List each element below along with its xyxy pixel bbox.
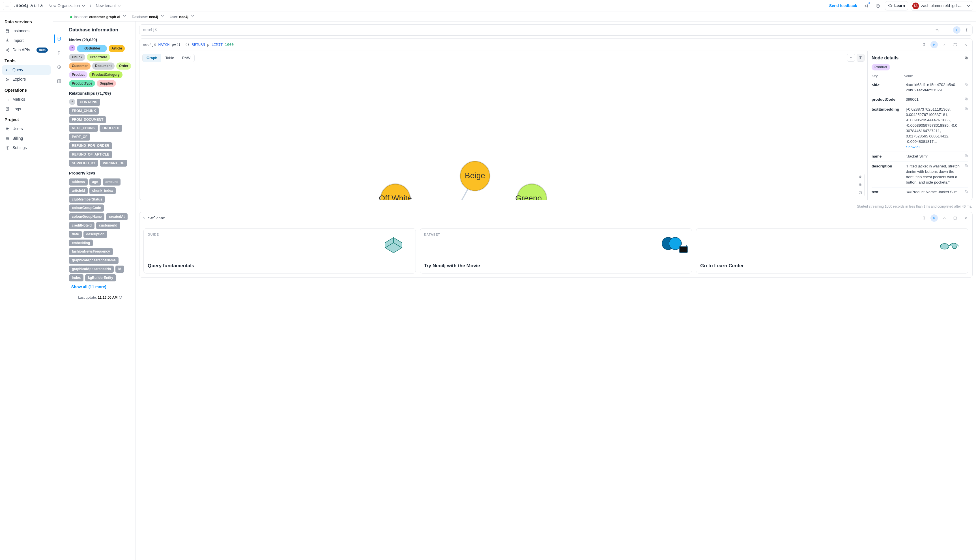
node-label-chip[interactable]: Article	[108, 45, 125, 52]
welcome-tile[interactable]: Go to Learn Center	[696, 228, 968, 273]
query-editor[interactable]: neo4j$	[139, 24, 973, 36]
save-query-button[interactable]	[920, 214, 928, 222]
relationship-chip[interactable]: FROM_CHUNK	[69, 107, 99, 115]
graph-pane[interactable]: Graph Table RAW	[140, 51, 868, 200]
sidebar-item-billing[interactable]: Billing	[2, 134, 51, 143]
learn-button[interactable]: Learn	[885, 1, 908, 11]
announcements-button[interactable]	[862, 2, 871, 10]
instance-select[interactable]: Instance: customer-graph-ai	[70, 13, 127, 20]
copy-icon[interactable]	[964, 190, 968, 195]
property-chip[interactable]: colourGroupName	[69, 213, 104, 220]
sidebar-item-explore[interactable]: Explore	[2, 75, 51, 84]
fullscreen-button[interactable]	[951, 40, 959, 49]
relationship-chip[interactable]: CONTAINS	[77, 99, 100, 106]
property-chip[interactable]: id	[115, 265, 124, 273]
collapse-button[interactable]	[940, 214, 949, 222]
property-chip[interactable]: colourGroupCode	[69, 205, 104, 212]
fullscreen-button[interactable]	[951, 214, 959, 222]
copy-icon[interactable]	[964, 82, 968, 88]
rail-saved[interactable]	[55, 48, 63, 57]
copy-icon[interactable]	[964, 56, 968, 60]
more-button[interactable]	[943, 26, 951, 34]
property-chip[interactable]: creditNoteId	[69, 222, 95, 229]
graph-node[interactable]: Off White	[379, 184, 412, 200]
node-label-chip[interactable]: Order	[116, 63, 131, 70]
copy-icon[interactable]	[964, 97, 968, 103]
sidebar-item-dataapis[interactable]: Data APIs Beta	[2, 45, 51, 55]
zoom-out-button[interactable]	[856, 181, 864, 189]
welcome-tile[interactable]: DATASETTry Neo4j with the Movie	[420, 228, 692, 273]
relationship-chip[interactable]: REFUND_OF_ARTICLE	[69, 151, 112, 158]
property-chip[interactable]: clubMemberStatus	[69, 196, 105, 203]
tenant-select[interactable]: New tenant	[94, 2, 123, 10]
node-label-chip[interactable]: Document	[92, 63, 115, 70]
close-button[interactable]	[961, 214, 970, 222]
rail-history[interactable]	[55, 63, 63, 71]
property-chip[interactable]: date	[69, 231, 82, 238]
property-chip[interactable]: chunk_index	[89, 187, 116, 194]
rerun-button[interactable]	[931, 41, 938, 48]
property-chip[interactable]: createdAt	[106, 213, 127, 220]
rail-guides[interactable]	[55, 77, 63, 85]
sidebar-item-metrics[interactable]: Metrics	[2, 95, 51, 104]
node-label-chip[interactable]: *	[69, 45, 75, 51]
property-chip[interactable]: graphicalAppearanceName	[69, 257, 118, 264]
sidebar-item-users[interactable]: Users	[2, 124, 51, 134]
user-menu[interactable]: ZA zach.blumenfeld+gds@...	[911, 1, 973, 11]
property-chip[interactable]: kgBuilderEntity	[85, 274, 116, 282]
relationship-chip[interactable]: FROM_DOCUMENT	[69, 116, 106, 123]
close-button[interactable]	[961, 40, 970, 49]
relationship-chip[interactable]: ORDERED	[100, 125, 122, 132]
node-label-chip[interactable]: Customer	[69, 63, 90, 70]
user-select[interactable]: User: neo4j	[170, 13, 195, 20]
property-chip[interactable]: fashionNewsFrequency	[69, 248, 113, 255]
collapse-button[interactable]	[940, 40, 949, 49]
property-chip[interactable]: graphicalAppearanceNo	[69, 265, 114, 273]
sidebar-item-logs[interactable]: Logs	[2, 104, 51, 114]
copy-icon[interactable]	[964, 154, 968, 160]
org-select[interactable]: New Organization	[47, 2, 87, 10]
rerun-button[interactable]	[931, 214, 938, 222]
relationship-chip[interactable]: *	[69, 99, 75, 105]
show-all-link[interactable]: Show all	[906, 145, 963, 150]
ai-assist-button[interactable]	[933, 26, 941, 34]
relationship-chip[interactable]: SUPPLIED_BY	[69, 160, 98, 167]
tab-table[interactable]: Table	[161, 54, 178, 62]
menu-toggle[interactable]	[3, 2, 11, 10]
fit-button[interactable]	[856, 189, 864, 197]
node-label-chip[interactable]: Supplier	[97, 80, 116, 87]
show-all-props[interactable]: Show all (11 more)	[71, 284, 106, 290]
run-button[interactable]	[953, 26, 961, 34]
database-select[interactable]: Database: neo4j	[132, 13, 165, 20]
property-chip[interactable]: embedding	[69, 240, 93, 247]
graph-node[interactable]: Beige	[460, 161, 490, 191]
sidebar-item-instances[interactable]: Instances	[2, 26, 51, 36]
refresh-icon[interactable]	[118, 295, 122, 299]
property-chip[interactable]: index	[69, 274, 83, 282]
relationship-chip[interactable]: VARIANT_OF	[100, 160, 127, 167]
relationship-chip[interactable]: REFUND_FOR_ORDER	[69, 142, 112, 149]
tab-graph[interactable]: Graph	[143, 54, 161, 62]
node-label-chip[interactable]: __KGBuilder__	[77, 45, 107, 52]
property-chip[interactable]: age	[89, 178, 101, 185]
property-chip[interactable]: amount	[103, 178, 120, 185]
layout-button[interactable]	[857, 54, 864, 62]
save-query-button[interactable]	[920, 40, 928, 49]
rail-dbinfo[interactable]	[54, 35, 63, 43]
relationship-chip[interactable]: NEXT_CHUNK	[69, 125, 98, 132]
property-chip[interactable]: address	[69, 178, 88, 185]
zoom-in-button[interactable]	[856, 173, 864, 181]
download-button[interactable]	[847, 54, 855, 62]
node-label-chip[interactable]: ProductCategory	[89, 71, 122, 78]
relationship-chip[interactable]: PART_OF	[69, 133, 90, 140]
graph-canvas[interactable]: 1Jacket Slim2019-04-06T00:0...CN-8FF 6A5…	[140, 51, 868, 200]
node-label-chip[interactable]: ProductType	[69, 80, 95, 87]
sidebar-item-import[interactable]: Import	[2, 36, 51, 45]
property-chip[interactable]: customerId	[96, 222, 120, 229]
help-button[interactable]	[874, 2, 882, 10]
sidebar-item-query[interactable]: Query	[2, 65, 51, 75]
node-label-chip[interactable]: Product	[872, 64, 890, 70]
node-label-chip[interactable]: Product	[69, 71, 87, 78]
send-feedback-link[interactable]: Send feedback	[827, 2, 859, 10]
property-chip[interactable]: description	[83, 231, 107, 238]
